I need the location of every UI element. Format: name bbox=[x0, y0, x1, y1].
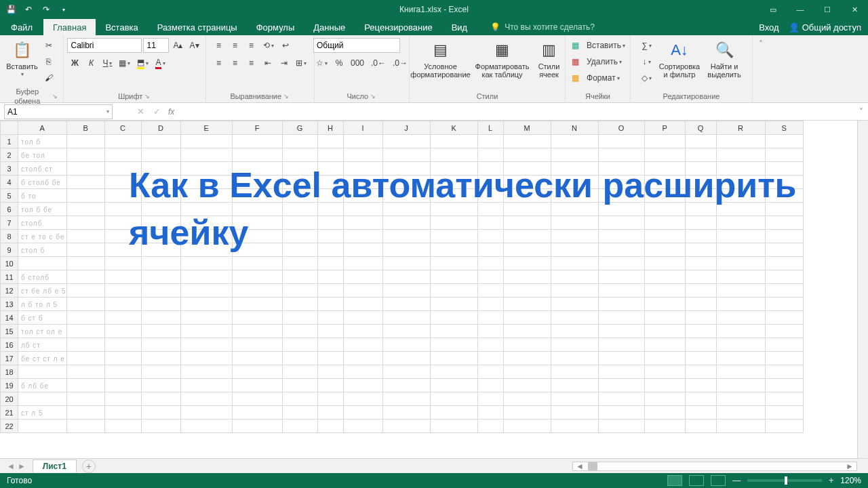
cell[interactable] bbox=[503, 420, 551, 433]
cell[interactable] bbox=[282, 135, 317, 148]
cell[interactable]: бе ст ст л е bbox=[18, 352, 67, 365]
cell[interactable] bbox=[716, 257, 765, 270]
tab-data[interactable]: Данные bbox=[304, 19, 355, 35]
cell[interactable] bbox=[430, 243, 477, 257]
row-header[interactable]: 11 bbox=[1, 270, 18, 284]
cell[interactable] bbox=[551, 135, 598, 148]
cell[interactable] bbox=[18, 420, 67, 433]
cell[interactable]: б столб бе bbox=[18, 176, 67, 189]
cell[interactable] bbox=[141, 298, 180, 311]
cell[interactable] bbox=[66, 338, 104, 352]
cell[interactable] bbox=[141, 270, 180, 284]
cell[interactable] bbox=[317, 230, 343, 243]
tab-pagelayout[interactable]: Разметка страницы bbox=[148, 19, 247, 35]
row-header[interactable]: 3 bbox=[1, 162, 18, 176]
view-pagelayout-icon[interactable] bbox=[689, 475, 704, 486]
cell[interactable] bbox=[430, 392, 477, 406]
row-header[interactable]: 9 bbox=[1, 243, 18, 257]
cell[interactable] bbox=[382, 325, 430, 338]
cell[interactable] bbox=[685, 406, 716, 420]
cell[interactable] bbox=[503, 189, 551, 203]
cell[interactable] bbox=[644, 365, 685, 379]
name-box-input[interactable] bbox=[7, 107, 106, 117]
decrease-indent-icon[interactable]: ⇤ bbox=[260, 56, 275, 70]
cell[interactable] bbox=[503, 379, 551, 392]
cell[interactable] bbox=[104, 392, 141, 406]
cell[interactable] bbox=[598, 379, 644, 392]
row-header[interactable]: 17 bbox=[1, 352, 18, 365]
cell[interactable] bbox=[317, 270, 343, 284]
cell[interactable] bbox=[382, 365, 430, 379]
column-header[interactable]: O bbox=[598, 121, 644, 135]
cell[interactable] bbox=[477, 352, 503, 365]
cell[interactable] bbox=[232, 365, 282, 379]
cell[interactable] bbox=[644, 135, 685, 148]
cell[interactable] bbox=[141, 338, 180, 352]
cell[interactable] bbox=[18, 257, 67, 270]
column-header[interactable]: F bbox=[232, 121, 282, 135]
cell[interactable] bbox=[180, 135, 232, 148]
enter-formula-icon[interactable]: ✓ bbox=[149, 106, 164, 117]
cell[interactable] bbox=[503, 406, 551, 420]
cell[interactable] bbox=[382, 162, 430, 176]
dialog-launcher-icon[interactable]: ↘ bbox=[281, 92, 289, 101]
cell[interactable] bbox=[141, 420, 180, 433]
cell[interactable] bbox=[716, 298, 765, 311]
cell[interactable] bbox=[551, 243, 598, 257]
cell[interactable] bbox=[765, 392, 803, 406]
cell[interactable] bbox=[551, 338, 598, 352]
cell[interactable] bbox=[382, 257, 430, 270]
row-header[interactable]: 1 bbox=[1, 135, 18, 148]
cell[interactable] bbox=[141, 135, 180, 148]
cell[interactable] bbox=[317, 148, 343, 162]
cell[interactable] bbox=[430, 135, 477, 148]
cell[interactable] bbox=[382, 392, 430, 406]
redo-icon[interactable]: ↷ bbox=[39, 3, 53, 16]
cell[interactable] bbox=[343, 270, 382, 284]
column-header[interactable]: R bbox=[716, 121, 765, 135]
cell[interactable] bbox=[232, 325, 282, 338]
cell[interactable] bbox=[716, 135, 765, 148]
cell[interactable] bbox=[551, 230, 598, 243]
column-header[interactable]: G bbox=[282, 121, 317, 135]
cell[interactable] bbox=[141, 311, 180, 325]
cell[interactable] bbox=[765, 189, 803, 203]
cell[interactable] bbox=[104, 338, 141, 352]
cell[interactable] bbox=[430, 257, 477, 270]
align-center-icon[interactable]: ≡ bbox=[228, 56, 243, 70]
cell[interactable] bbox=[598, 176, 644, 189]
cell[interactable] bbox=[598, 298, 644, 311]
cell[interactable] bbox=[104, 189, 141, 203]
vertical-scrollbar[interactable] bbox=[857, 121, 868, 458]
increase-indent-icon[interactable]: ⇥ bbox=[277, 56, 292, 70]
cell[interactable] bbox=[644, 257, 685, 270]
cell[interactable] bbox=[343, 406, 382, 420]
cell[interactable] bbox=[765, 298, 803, 311]
cell[interactable] bbox=[644, 392, 685, 406]
cell[interactable] bbox=[765, 162, 803, 176]
cell[interactable] bbox=[598, 352, 644, 365]
cell[interactable] bbox=[685, 189, 716, 203]
cell[interactable] bbox=[477, 311, 503, 325]
row-header[interactable]: 19 bbox=[1, 379, 18, 392]
cell[interactable] bbox=[685, 311, 716, 325]
increase-decimal-icon[interactable]: .0← bbox=[368, 56, 389, 70]
cell[interactable] bbox=[66, 325, 104, 338]
cell[interactable] bbox=[382, 189, 430, 203]
cell[interactable] bbox=[382, 338, 430, 352]
cell[interactable] bbox=[104, 148, 141, 162]
insert-cells-icon[interactable]: ▦ bbox=[568, 38, 583, 53]
cell[interactable] bbox=[430, 270, 477, 284]
cell[interactable] bbox=[382, 420, 430, 433]
cell[interactable] bbox=[317, 338, 343, 352]
cell[interactable] bbox=[685, 379, 716, 392]
cell[interactable] bbox=[66, 352, 104, 365]
column-header[interactable]: J bbox=[382, 121, 430, 135]
cell[interactable] bbox=[503, 270, 551, 284]
cell[interactable] bbox=[716, 338, 765, 352]
cell[interactable] bbox=[282, 257, 317, 270]
cell[interactable] bbox=[141, 216, 180, 230]
column-header[interactable]: L bbox=[477, 121, 503, 135]
cell[interactable] bbox=[598, 243, 644, 257]
cell[interactable] bbox=[180, 365, 232, 379]
